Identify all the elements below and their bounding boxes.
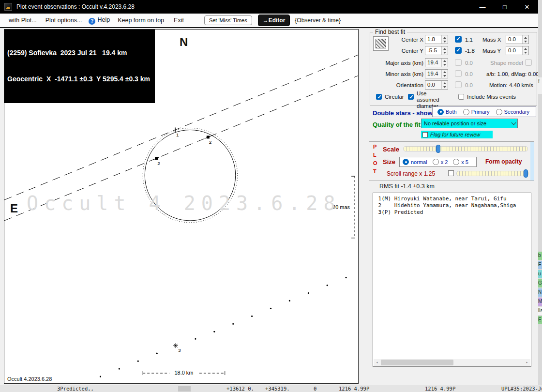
shape-model-checkbox[interactable] bbox=[525, 59, 532, 66]
scroll-right-icon[interactable]: ▸ bbox=[524, 359, 530, 366]
mass-y-value[interactable]: 0.0 bbox=[506, 46, 522, 55]
event-marker-label: 1 bbox=[176, 132, 179, 137]
circular-checkbox[interactable] bbox=[376, 94, 382, 100]
double-stars-option-primary[interactable]: Primary bbox=[463, 109, 490, 115]
flag-review-checkbox[interactable] bbox=[422, 132, 428, 137]
editor-button[interactable]: →Editor bbox=[258, 15, 290, 26]
major-axis-checkbox[interactable] bbox=[455, 59, 462, 66]
center-y-checkbox[interactable] bbox=[455, 47, 462, 54]
center-x-field[interactable]: 1.8 bbox=[425, 35, 448, 44]
size-option-x2[interactable]: x 2 bbox=[433, 159, 448, 165]
shape-model-label: Shape model bbox=[490, 60, 523, 66]
minor-axis-spinner[interactable] bbox=[441, 70, 448, 78]
menu-exit[interactable]: Exit bbox=[174, 17, 184, 24]
mass-x-value[interactable]: 0.0 bbox=[506, 35, 522, 44]
major-axis-field[interactable]: 19.4 bbox=[425, 58, 448, 67]
orientation-value[interactable]: 0.0 bbox=[425, 81, 441, 89]
titlebar: Plot event observations : Occult v.4.202… bbox=[0, 0, 538, 14]
plot-letter: O bbox=[373, 160, 377, 166]
chevron-down-icon[interactable] bbox=[510, 119, 517, 128]
close-button[interactable]: ✕ bbox=[516, 0, 538, 14]
window-title: Plot event observations : Occult v.4.202… bbox=[16, 3, 135, 10]
flag-review-label: Flag for future review bbox=[430, 132, 480, 137]
menu-with-plot[interactable]: with Plot... bbox=[9, 17, 37, 24]
center-x-checkbox[interactable] bbox=[455, 36, 462, 43]
edge-fragment: u bbox=[538, 270, 542, 278]
help-icon: ? bbox=[89, 18, 95, 25]
scroll-range-checkbox[interactable] bbox=[448, 170, 454, 176]
minor-axis-delta: 0.0 bbox=[465, 71, 473, 77]
edge-fragment: lis bbox=[538, 307, 542, 315]
plot-geocentric-coords: Geocentric X -1471.1 ±0.3 Y 5295.4 ±0.3 … bbox=[7, 75, 150, 83]
opacity-slider[interactable] bbox=[456, 171, 529, 176]
mass-x-spinner[interactable] bbox=[522, 35, 528, 44]
minor-axis-label: Minor axis (km) bbox=[377, 71, 423, 77]
orientation-checkbox[interactable] bbox=[455, 81, 462, 88]
quality-dropdown[interactable]: No reliable position or size bbox=[421, 119, 518, 128]
major-axis-delta: 0.0 bbox=[465, 60, 473, 66]
flag-review-control: Flag for future review bbox=[421, 131, 493, 138]
mass-x-field[interactable]: 0.0 bbox=[506, 35, 529, 44]
plot-canvas[interactable]: 122318.0 km20 mas (2259) Sofievka 2023 J… bbox=[4, 29, 359, 384]
observer-time-label[interactable]: {Observer & time} bbox=[295, 17, 341, 24]
menu-help[interactable]: ?Help bbox=[89, 16, 110, 25]
major-axis-spinner[interactable] bbox=[441, 59, 448, 67]
include-miss-events-checkbox[interactable] bbox=[458, 94, 464, 100]
scrollbar-thumb[interactable] bbox=[381, 360, 453, 365]
observations-listbox[interactable]: 1(M) Hiroyuki Watanabe, near Tarui, Gifu… bbox=[373, 193, 531, 367]
panel-edge-highlight bbox=[530, 142, 534, 181]
quality-value: No reliable position or size bbox=[424, 121, 486, 126]
size-option-normal[interactable]: normal bbox=[403, 159, 427, 165]
minimize-button[interactable]: — bbox=[471, 0, 494, 14]
opacity-slider-thumb[interactable] bbox=[524, 169, 528, 178]
minor-axis-value[interactable]: 19.4 bbox=[425, 70, 441, 78]
track-dot bbox=[327, 285, 328, 286]
minor-axis-checkbox[interactable] bbox=[455, 70, 462, 77]
menu-keep-form-on-top[interactable]: Keep form on top bbox=[118, 17, 164, 24]
include-miss-events-label: Include Miss events bbox=[467, 94, 516, 100]
observation-row[interactable]: 2 Hidehito Yamamura, near Nagahama,Shiga bbox=[375, 202, 531, 209]
bottom-clipped-window: 3Predicted,,+13612 0.+345319.01216 4.99P… bbox=[0, 385, 542, 392]
menu-plot-options[interactable]: Plot options... bbox=[45, 17, 82, 24]
center-y-delta: -1.8 bbox=[465, 48, 475, 54]
radio-icon bbox=[437, 109, 444, 115]
watermark: Occult 4 2023.6.28 bbox=[27, 192, 341, 214]
center-x-value[interactable]: 1.8 bbox=[425, 35, 441, 44]
track-dot bbox=[251, 316, 253, 317]
orientation-field[interactable]: 0.0 bbox=[425, 80, 448, 90]
track-dot bbox=[195, 338, 196, 340]
track-dot bbox=[119, 368, 120, 369]
mass-y-spinner[interactable] bbox=[522, 46, 528, 55]
observation-row[interactable]: 1(M) Hiroyuki Watanabe, near Tarui, Gifu bbox=[375, 196, 531, 202]
center-y-spinner[interactable] bbox=[441, 46, 448, 55]
minor-axis-field[interactable]: 19.4 bbox=[425, 69, 448, 78]
version-label: Occult 4.2023.6.28 bbox=[7, 376, 52, 382]
double-stars-option-secondary[interactable]: Secondary bbox=[496, 109, 530, 115]
orientation-spinner[interactable] bbox=[441, 81, 448, 89]
size-label: Size bbox=[383, 158, 395, 166]
double-stars-option-both[interactable]: Both bbox=[437, 109, 457, 115]
mass-y-label: Mass Y bbox=[482, 48, 501, 54]
edge-fragment: E bbox=[538, 316, 542, 324]
mass-y-field[interactable]: 0.0 bbox=[506, 46, 529, 55]
scale-slider[interactable] bbox=[403, 146, 528, 151]
center-x-spinner[interactable] bbox=[441, 35, 448, 44]
track-dot bbox=[289, 300, 290, 302]
radio-icon bbox=[496, 109, 502, 115]
set-miss-times-button[interactable]: Set 'Miss' Times bbox=[204, 15, 252, 25]
radio-icon bbox=[433, 159, 439, 165]
size-option-x5[interactable]: x 5 bbox=[453, 159, 468, 165]
maximize-button[interactable]: □ bbox=[494, 0, 516, 14]
ab-dmag-label: a/b: 1.00, dMag: 0.00 bbox=[486, 71, 539, 77]
option-label: Primary bbox=[471, 109, 490, 115]
horizontal-scrollbar[interactable]: ◂ ▸ bbox=[374, 359, 530, 366]
use-assumed-diameter-checkbox[interactable] bbox=[408, 94, 414, 100]
star-marker-label: 3 bbox=[178, 347, 181, 353]
center-y-value[interactable]: -5.5 bbox=[425, 46, 441, 55]
observation-row[interactable]: 3(P) Predicted bbox=[375, 209, 531, 216]
scroll-left-icon[interactable]: ◂ bbox=[374, 359, 380, 366]
scale-slider-thumb[interactable] bbox=[436, 145, 440, 153]
major-axis-value[interactable]: 19.4 bbox=[425, 59, 441, 67]
event-marker-label: 2 bbox=[157, 161, 160, 166]
center-y-field[interactable]: -5.5 bbox=[425, 46, 448, 55]
